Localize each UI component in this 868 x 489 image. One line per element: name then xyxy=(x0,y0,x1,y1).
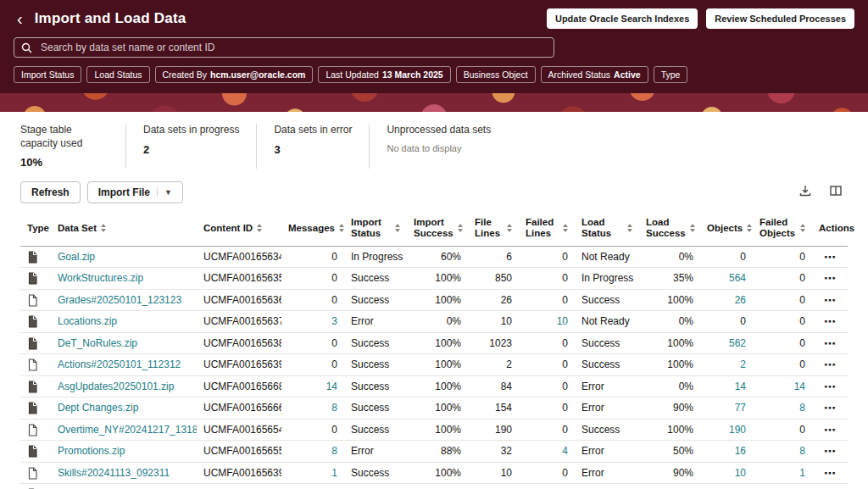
sort-icon[interactable] xyxy=(563,224,568,232)
cell-load-success: 50% xyxy=(639,441,700,463)
sort-icon[interactable] xyxy=(627,224,632,232)
row-actions-button[interactable]: ⋯ xyxy=(819,335,842,352)
cell-import-status: Success xyxy=(344,419,407,441)
sort-icon[interactable] xyxy=(339,224,344,232)
drilldown-link[interactable]: 3 xyxy=(331,315,337,327)
download-button[interactable] xyxy=(793,181,817,203)
table-row: DeT_NoRules.zipUCMFA001656380Success100%… xyxy=(20,332,848,354)
drilldown-link[interactable]: 564 xyxy=(729,272,746,284)
drilldown-link[interactable]: 8 xyxy=(331,445,337,457)
drilldown-link[interactable]: 8 xyxy=(799,402,805,414)
column-header-import-status[interactable]: Import Status xyxy=(344,212,407,246)
cell-text: 0 xyxy=(799,294,805,306)
cell-text: 100% xyxy=(667,358,693,370)
row-actions-button[interactable]: ⋯ xyxy=(819,399,842,416)
search-input[interactable] xyxy=(39,41,547,54)
data-set-link[interactable]: WorkStructures.zip xyxy=(58,272,143,284)
row-actions-button[interactable]: ⋯ xyxy=(819,292,842,308)
drilldown-link[interactable]: 8 xyxy=(799,445,805,457)
drilldown-link[interactable]: 562 xyxy=(729,337,746,349)
drilldown-link[interactable]: 10 xyxy=(735,467,746,479)
data-set-link[interactable]: Skills#20241113_092311 xyxy=(58,467,170,479)
cell-content-id: UCMFA00165655 xyxy=(197,441,281,463)
column-label: Import Status xyxy=(351,217,391,239)
cell-text: 0 xyxy=(331,251,337,263)
row-actions-button[interactable]: ⋯ xyxy=(819,270,842,286)
review-scheduled-processes-button[interactable]: Review Scheduled Processes xyxy=(706,8,854,29)
drilldown-link[interactable]: 10 xyxy=(557,315,568,327)
column-header-load-success[interactable]: Load Success xyxy=(639,212,700,246)
column-header-load-status[interactable]: Load Status xyxy=(575,212,639,246)
filter-chip-archived-status[interactable]: Archived StatusActive xyxy=(541,66,648,83)
drilldown-link[interactable]: 14 xyxy=(735,381,746,392)
data-set-link[interactable]: Grades#20250101_123123 xyxy=(58,294,181,306)
column-header-content-id[interactable]: Content ID xyxy=(197,212,281,246)
sort-icon[interactable] xyxy=(507,224,512,232)
column-label: Failed Lines xyxy=(526,217,559,239)
drilldown-link[interactable]: 77 xyxy=(735,402,746,414)
column-header-failed-objects[interactable]: Failed Objects xyxy=(753,212,812,246)
filter-chip-load-status[interactable]: Load Status xyxy=(86,66,149,83)
data-set-link[interactable]: Actions#20250101_112312 xyxy=(58,358,181,370)
sort-icon[interactable] xyxy=(458,224,463,232)
drilldown-link[interactable]: 1 xyxy=(799,467,805,479)
sort-icon[interactable] xyxy=(747,224,752,232)
row-actions-button[interactable]: ⋯ xyxy=(819,486,842,489)
drilldown-link[interactable]: 4 xyxy=(562,445,568,457)
row-actions-button[interactable]: ⋯ xyxy=(819,421,842,438)
drilldown-link[interactable]: 1 xyxy=(331,467,337,479)
sort-icon[interactable] xyxy=(395,224,400,232)
drilldown-link[interactable]: 190 xyxy=(729,424,746,436)
cell-import-status: Success xyxy=(344,332,407,354)
sort-icon[interactable] xyxy=(690,224,695,232)
row-actions-button[interactable]: ⋯ xyxy=(819,313,842,330)
data-set-link[interactable]: Promotions.zip xyxy=(58,445,125,457)
cell-text: 0 xyxy=(562,358,568,370)
filter-chip-type[interactable]: Type xyxy=(654,66,688,83)
column-header-data-set[interactable]: Data Set xyxy=(51,212,197,246)
update-oracle-search-indexes-button[interactable]: Update Oracle Search Indexes xyxy=(547,8,698,29)
drilldown-link[interactable]: 2 xyxy=(740,358,746,370)
row-actions-button[interactable]: ⋯ xyxy=(819,378,842,395)
filter-chip-business-object[interactable]: Business Object xyxy=(456,66,536,83)
row-actions-button[interactable]: ⋯ xyxy=(819,464,842,481)
data-set-link[interactable]: Dept Changes.zip xyxy=(58,402,138,414)
drilldown-link[interactable]: 26 xyxy=(735,294,746,306)
data-set-link[interactable]: Overtime_NY#20241217_131841 xyxy=(58,424,197,436)
drilldown-link[interactable]: 8 xyxy=(331,402,337,414)
sort-icon[interactable] xyxy=(800,224,805,232)
back-button[interactable]: ‹ xyxy=(14,10,26,27)
filter-chip-created-by[interactable]: Created Byhcm.user@oracle.com xyxy=(155,66,314,83)
column-header-objects[interactable]: Objects xyxy=(700,212,753,246)
drilldown-link[interactable]: 14 xyxy=(794,381,805,392)
cell-failed-lines: 4 xyxy=(519,441,575,463)
data-set-link[interactable]: AsgUpdates20250101.zip xyxy=(58,381,174,392)
import-file-button[interactable]: Import File ▼ xyxy=(87,181,183,203)
cell-messages: 0 xyxy=(281,246,344,268)
column-header-file-lines[interactable]: File Lines xyxy=(468,212,519,246)
row-actions-button[interactable]: ⋯ xyxy=(819,356,842,373)
cell-type xyxy=(20,397,51,420)
data-set-link[interactable]: DeT_NoRules.zip xyxy=(58,337,137,349)
row-actions-button[interactable]: ⋯ xyxy=(819,442,842,459)
filter-chip-last-updated[interactable]: Last Updated13 March 2025 xyxy=(318,66,450,83)
manage-columns-button[interactable] xyxy=(824,181,848,203)
data-set-link[interactable]: Goal.zip xyxy=(58,251,95,263)
cell-objects: 26 xyxy=(700,289,753,311)
drilldown-link[interactable]: 14 xyxy=(326,381,337,392)
column-header-import-success[interactable]: Import Success xyxy=(407,212,468,246)
column-header-messages[interactable]: Messages xyxy=(281,212,344,246)
cell-text: 190 xyxy=(495,424,512,436)
sort-icon[interactable] xyxy=(101,224,106,232)
row-actions-button[interactable]: ⋯ xyxy=(819,248,842,265)
data-set-link[interactable]: Locations.zip xyxy=(58,315,117,327)
column-header-failed-lines[interactable]: Failed Lines xyxy=(519,212,575,246)
search-bar[interactable] xyxy=(14,37,554,58)
cell-import-status: Success xyxy=(344,462,407,484)
zip-file-icon xyxy=(27,315,38,328)
cell-import-success: 0% xyxy=(407,311,468,333)
filter-chip-import-status[interactable]: Import Status xyxy=(14,66,81,83)
drilldown-link[interactable]: 16 xyxy=(735,445,746,457)
sort-icon[interactable] xyxy=(257,224,262,232)
refresh-button[interactable]: Refresh xyxy=(20,181,81,203)
